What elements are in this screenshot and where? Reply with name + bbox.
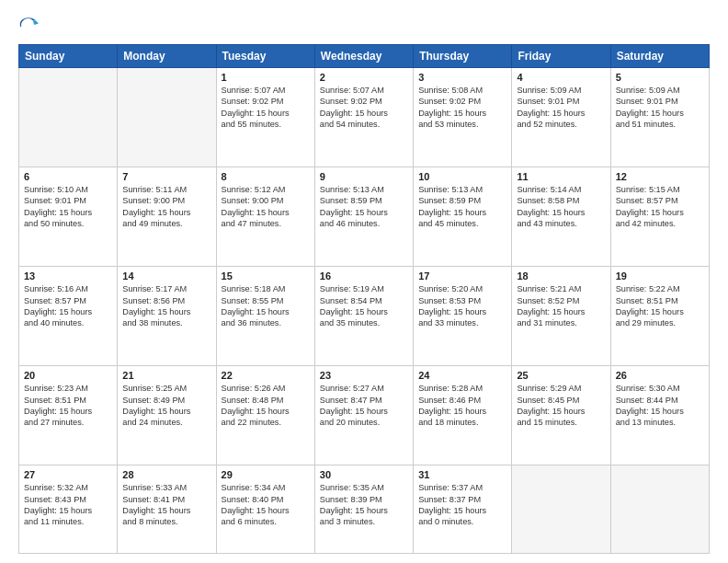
day-number: 8 (222, 171, 310, 182)
week-row-2: 6Sunrise: 5:10 AM Sunset: 9:01 PM Daylig… (19, 167, 710, 267)
weekday-header-monday: Monday (118, 45, 216, 68)
day-number: 30 (320, 469, 408, 480)
day-number: 6 (24, 171, 112, 182)
calendar-cell (610, 465, 709, 554)
cell-info: Sunrise: 5:29 AM Sunset: 8:45 PM Dayligh… (517, 383, 605, 429)
day-number: 19 (616, 270, 704, 282)
day-number: 16 (320, 270, 408, 282)
day-number: 13 (24, 270, 112, 282)
cell-info: Sunrise: 5:08 AM Sunset: 9:02 PM Dayligh… (418, 85, 506, 131)
day-number: 14 (122, 270, 210, 282)
day-number: 5 (616, 72, 704, 83)
calendar-cell: 11Sunrise: 5:14 AM Sunset: 8:58 PM Dayli… (512, 167, 610, 267)
calendar-cell: 20Sunrise: 5:23 AM Sunset: 8:51 PM Dayli… (19, 366, 118, 465)
calendar-cell: 18Sunrise: 5:21 AM Sunset: 8:52 PM Dayli… (512, 267, 610, 366)
cell-info: Sunrise: 5:23 AM Sunset: 8:51 PM Dayligh… (24, 383, 112, 429)
day-number: 1 (222, 72, 310, 83)
cell-info: Sunrise: 5:25 AM Sunset: 8:49 PM Dayligh… (122, 383, 210, 429)
logo-icon (18, 15, 39, 35)
calendar-cell: 6Sunrise: 5:10 AM Sunset: 9:01 PM Daylig… (19, 167, 118, 267)
cell-info: Sunrise: 5:14 AM Sunset: 8:58 PM Dayligh… (517, 184, 605, 230)
calendar-cell: 30Sunrise: 5:35 AM Sunset: 8:39 PM Dayli… (314, 465, 413, 554)
cell-info: Sunrise: 5:35 AM Sunset: 8:39 PM Dayligh… (320, 482, 408, 528)
calendar-cell: 23Sunrise: 5:27 AM Sunset: 8:47 PM Dayli… (314, 366, 413, 465)
cell-info: Sunrise: 5:09 AM Sunset: 9:01 PM Dayligh… (517, 85, 605, 131)
cell-info: Sunrise: 5:16 AM Sunset: 8:57 PM Dayligh… (24, 283, 112, 329)
day-number: 3 (418, 72, 506, 83)
cell-info: Sunrise: 5:27 AM Sunset: 8:47 PM Dayligh… (320, 383, 408, 429)
cell-info: Sunrise: 5:32 AM Sunset: 8:43 PM Dayligh… (24, 482, 112, 528)
calendar-cell: 28Sunrise: 5:33 AM Sunset: 8:41 PM Dayli… (118, 465, 216, 554)
calendar-cell: 22Sunrise: 5:26 AM Sunset: 8:48 PM Dayli… (216, 366, 314, 465)
cell-info: Sunrise: 5:21 AM Sunset: 8:52 PM Dayligh… (517, 283, 605, 329)
cell-info: Sunrise: 5:20 AM Sunset: 8:53 PM Dayligh… (418, 283, 506, 329)
weekday-header-thursday: Thursday (414, 45, 512, 68)
calendar-cell: 14Sunrise: 5:17 AM Sunset: 8:56 PM Dayli… (118, 267, 216, 366)
weekday-header-tuesday: Tuesday (216, 45, 314, 68)
calendar-cell: 29Sunrise: 5:34 AM Sunset: 8:40 PM Dayli… (216, 465, 314, 554)
day-number: 7 (122, 171, 210, 182)
calendar-cell: 15Sunrise: 5:18 AM Sunset: 8:55 PM Dayli… (216, 267, 314, 366)
day-number: 26 (616, 370, 704, 381)
cell-info: Sunrise: 5:18 AM Sunset: 8:55 PM Dayligh… (222, 283, 310, 329)
calendar-cell (118, 68, 216, 167)
cell-info: Sunrise: 5:19 AM Sunset: 8:54 PM Dayligh… (320, 283, 408, 329)
calendar-cell: 12Sunrise: 5:15 AM Sunset: 8:57 PM Dayli… (610, 167, 709, 267)
calendar-cell: 4Sunrise: 5:09 AM Sunset: 9:01 PM Daylig… (512, 68, 610, 167)
day-number: 27 (24, 469, 112, 480)
cell-info: Sunrise: 5:26 AM Sunset: 8:48 PM Dayligh… (222, 383, 310, 429)
cell-info: Sunrise: 5:12 AM Sunset: 9:00 PM Dayligh… (222, 184, 310, 230)
calendar-cell: 27Sunrise: 5:32 AM Sunset: 8:43 PM Dayli… (19, 465, 118, 554)
calendar-cell: 1Sunrise: 5:07 AM Sunset: 9:02 PM Daylig… (216, 68, 314, 167)
weekday-header-saturday: Saturday (610, 45, 709, 68)
calendar-cell: 10Sunrise: 5:13 AM Sunset: 8:59 PM Dayli… (414, 167, 512, 267)
cell-info: Sunrise: 5:17 AM Sunset: 8:56 PM Dayligh… (122, 283, 210, 329)
calendar-cell: 9Sunrise: 5:13 AM Sunset: 8:59 PM Daylig… (314, 167, 413, 267)
day-number: 25 (517, 370, 605, 381)
day-number: 17 (418, 270, 506, 282)
cell-info: Sunrise: 5:10 AM Sunset: 9:01 PM Dayligh… (24, 184, 112, 230)
header (18, 15, 710, 35)
page: SundayMondayTuesdayWednesdayThursdayFrid… (0, 0, 728, 563)
calendar-cell: 13Sunrise: 5:16 AM Sunset: 8:57 PM Dayli… (19, 267, 118, 366)
calendar-cell: 7Sunrise: 5:11 AM Sunset: 9:00 PM Daylig… (118, 167, 216, 267)
day-number: 20 (24, 370, 112, 381)
cell-info: Sunrise: 5:07 AM Sunset: 9:02 PM Dayligh… (320, 85, 408, 131)
weekday-header-row: SundayMondayTuesdayWednesdayThursdayFrid… (19, 45, 710, 68)
day-number: 15 (222, 270, 310, 282)
cell-info: Sunrise: 5:28 AM Sunset: 8:46 PM Dayligh… (418, 383, 506, 429)
cell-info: Sunrise: 5:33 AM Sunset: 8:41 PM Dayligh… (122, 482, 210, 528)
weekday-header-friday: Friday (512, 45, 610, 68)
cell-info: Sunrise: 5:22 AM Sunset: 8:51 PM Dayligh… (616, 283, 704, 329)
cell-info: Sunrise: 5:30 AM Sunset: 8:44 PM Dayligh… (616, 383, 704, 429)
cell-info: Sunrise: 5:07 AM Sunset: 9:02 PM Dayligh… (222, 85, 310, 131)
cell-info: Sunrise: 5:13 AM Sunset: 8:59 PM Dayligh… (320, 184, 408, 230)
calendar-table: SundayMondayTuesdayWednesdayThursdayFrid… (18, 44, 710, 554)
calendar-cell: 16Sunrise: 5:19 AM Sunset: 8:54 PM Dayli… (314, 267, 413, 366)
cell-info: Sunrise: 5:11 AM Sunset: 9:00 PM Dayligh… (122, 184, 210, 230)
day-number: 10 (418, 171, 506, 182)
week-row-3: 13Sunrise: 5:16 AM Sunset: 8:57 PM Dayli… (19, 267, 710, 366)
day-number: 11 (517, 171, 605, 182)
week-row-1: 1Sunrise: 5:07 AM Sunset: 9:02 PM Daylig… (19, 68, 710, 167)
day-number: 12 (616, 171, 704, 182)
calendar-cell: 5Sunrise: 5:09 AM Sunset: 9:01 PM Daylig… (610, 68, 709, 167)
day-number: 18 (517, 270, 605, 282)
day-number: 31 (418, 469, 506, 480)
calendar-cell: 24Sunrise: 5:28 AM Sunset: 8:46 PM Dayli… (414, 366, 512, 465)
calendar-cell: 8Sunrise: 5:12 AM Sunset: 9:00 PM Daylig… (216, 167, 314, 267)
calendar-cell: 17Sunrise: 5:20 AM Sunset: 8:53 PM Dayli… (414, 267, 512, 366)
day-number: 2 (320, 72, 408, 83)
calendar-cell: 25Sunrise: 5:29 AM Sunset: 8:45 PM Dayli… (512, 366, 610, 465)
weekday-header-sunday: Sunday (19, 45, 118, 68)
calendar-cell: 26Sunrise: 5:30 AM Sunset: 8:44 PM Dayli… (610, 366, 709, 465)
cell-info: Sunrise: 5:15 AM Sunset: 8:57 PM Dayligh… (616, 184, 704, 230)
week-row-4: 20Sunrise: 5:23 AM Sunset: 8:51 PM Dayli… (19, 366, 710, 465)
day-number: 21 (122, 370, 210, 381)
calendar-cell (19, 68, 118, 167)
day-number: 29 (222, 469, 310, 480)
calendar-cell: 2Sunrise: 5:07 AM Sunset: 9:02 PM Daylig… (314, 68, 413, 167)
day-number: 28 (122, 469, 210, 480)
weekday-header-wednesday: Wednesday (314, 45, 413, 68)
day-number: 9 (320, 171, 408, 182)
